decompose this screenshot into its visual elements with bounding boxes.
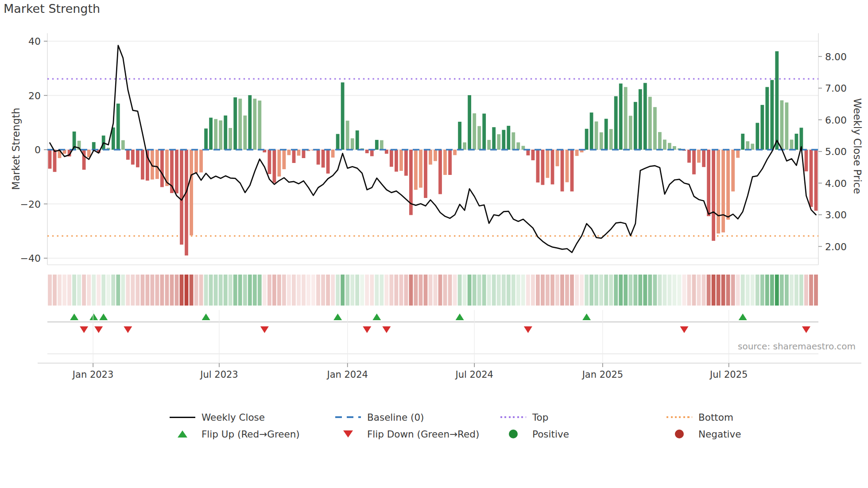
left-tick-label: −40	[20, 253, 41, 264]
market-strength-figure: Market Strength Market Strength Weekly C…	[0, 0, 868, 488]
left-tick-label: −20	[20, 199, 41, 210]
legend-negative: Negative	[666, 428, 741, 440]
x-tick-label: Jul 2025	[709, 369, 748, 380]
left-tick-label: 20	[28, 90, 41, 101]
weekly-close-line-icon	[170, 417, 195, 418]
x-tick-label: Jan 2023	[72, 369, 114, 380]
triangle-down-icon	[335, 430, 361, 438]
legend-label: Positive	[532, 429, 569, 440]
legend-label: Flip Down (Green→Red)	[367, 429, 479, 440]
x-tick-label: Jul 2024	[454, 369, 493, 380]
right-tick-label: 6.00	[825, 115, 847, 126]
green-dot-icon	[500, 430, 526, 438]
legend-label: Top	[532, 412, 548, 423]
legend-baseline: Baseline (0)	[335, 411, 424, 423]
legend-positive: Positive	[500, 428, 569, 440]
legend-flip-down: Flip Down (Green→Red)	[335, 428, 479, 440]
right-tick-label: 7.00	[825, 83, 847, 94]
bottom-dotted-icon	[666, 416, 692, 418]
legend-label: Negative	[698, 429, 741, 440]
left-tick-label: 40	[28, 36, 41, 47]
triangle-up-icon	[170, 430, 195, 438]
source-note: source: sharemaestro.com	[738, 341, 856, 352]
legend-weekly-close: Weekly Close	[170, 411, 265, 423]
legend-label: Weekly Close	[202, 412, 265, 423]
x-tick-label: Jan 2025	[581, 369, 624, 380]
right-tick-label: 3.00	[825, 209, 847, 221]
legend-bottom: Bottom	[666, 411, 733, 423]
darkred-dot-icon	[666, 430, 692, 438]
left-tick-label: 0	[35, 144, 41, 155]
legend-label: Bottom	[698, 412, 733, 423]
x-tick-label: Jul 2023	[199, 369, 238, 380]
legend-label: Baseline (0)	[367, 412, 424, 423]
right-tick-label: 8.00	[825, 51, 847, 62]
legend-top: Top	[500, 411, 548, 423]
right-tick-label: 4.00	[825, 178, 847, 189]
baseline-dash-icon	[335, 416, 361, 418]
x-tick-label: Jan 2024	[326, 369, 368, 380]
right-tick-label: 2.00	[825, 241, 847, 252]
legend-flip-up: Flip Up (Red→Green)	[170, 428, 300, 440]
chart-canvas: Jan 2023Jul 2023Jan 2024Jul 2024Jan 2025…	[0, 0, 868, 488]
right-tick-label: 5.00	[825, 146, 847, 157]
top-dotted-icon	[500, 416, 526, 418]
legend-label: Flip Up (Red→Green)	[202, 429, 300, 440]
